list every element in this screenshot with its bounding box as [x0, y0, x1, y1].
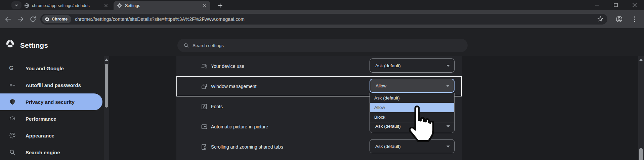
close-window-button[interactable]: [625, 0, 644, 10]
settings-page-title: Settings: [20, 41, 48, 49]
content-area: Your device use Ask (default) Window man…: [109, 56, 644, 160]
scroll-zoom-tabs-select[interactable]: Ask (default): [370, 139, 455, 153]
sidebar-item-label: Autofill and passwords: [26, 82, 81, 88]
address-bar[interactable]: Chrome chrome://settings/content/siteDet…: [40, 14, 607, 25]
forward-icon[interactable]: [17, 15, 24, 23]
chrome-logo-icon: [45, 17, 50, 22]
dropdown-option-ask[interactable]: Ask (default): [370, 93, 454, 103]
window-management-dropdown: Ask (default) Allow Block: [370, 93, 455, 122]
sidebar-item-you-and-google[interactable]: G You and Google: [0, 60, 102, 77]
tab-title: chrome://app-settings/adehddc: [32, 3, 100, 8]
sidebar-item-label: Performance: [26, 116, 56, 122]
caret-down-icon: [446, 146, 450, 148]
close-icon: [632, 3, 637, 7]
sidebar-item-label: Appearance: [26, 133, 54, 138]
dropdown-option-allow[interactable]: Allow: [370, 103, 454, 113]
caret-down-icon: [446, 85, 449, 87]
window-controls: [588, 0, 644, 10]
picture-in-picture-icon: [201, 123, 208, 130]
select-value: Allow: [376, 83, 386, 88]
chrome-chip[interactable]: Chrome: [42, 15, 71, 23]
permission-label: Automatic picture-in-picture: [211, 124, 268, 129]
sidebar-item-performance[interactable]: Performance: [0, 110, 102, 127]
device-use-select[interactable]: Ask (default): [370, 58, 455, 73]
chrome-settings-logo-icon: [5, 39, 15, 48]
tab-close-icon[interactable]: [103, 3, 109, 8]
google-g-icon: G: [9, 65, 16, 72]
caret-down-icon: [446, 65, 450, 67]
caret-down-icon: [446, 125, 450, 127]
chevron-down-icon: [14, 3, 19, 8]
sidebar-item-privacy-security[interactable]: Privacy and security: [0, 93, 102, 110]
scrollbar-thumb[interactable]: [105, 64, 108, 108]
sidebar-item-search-engine[interactable]: Search engine: [0, 144, 102, 160]
tab-strip: chrome://app-settings/adehddc Settings: [0, 0, 644, 10]
magnifier-icon: [9, 149, 16, 156]
permission-row-device-use: Your device use Ask (default): [176, 56, 462, 76]
minimize-icon: [595, 3, 599, 7]
scrollbar-thumb[interactable]: [639, 148, 643, 160]
permission-label: Your device use: [211, 64, 244, 69]
browser-toolbar: Chrome chrome://settings/content/siteDet…: [0, 10, 644, 28]
new-tab-button[interactable]: [217, 2, 223, 9]
page-scrollbar[interactable]: [638, 56, 644, 160]
search-placeholder: Search settings: [192, 43, 224, 48]
plus-icon: [218, 3, 223, 8]
select-value: Ask (default): [375, 144, 401, 149]
settings-page: Your device use Ask (default) Window man…: [0, 28, 644, 160]
window-management-select[interactable]: Allow: [370, 79, 455, 93]
speedometer-icon: [9, 115, 16, 122]
globe-icon: [24, 3, 29, 8]
tab-app-settings[interactable]: chrome://app-settings/adehddc: [21, 1, 112, 10]
tab-close-icon[interactable]: [202, 3, 208, 8]
back-icon[interactable]: [4, 15, 12, 23]
sidebar-item-label: Search engine: [26, 150, 60, 155]
permission-label: Scrolling and zooming shared tabs: [211, 144, 283, 150]
sidebar-item-appearance[interactable]: Appearance: [0, 127, 102, 144]
permission-label: Window management: [211, 84, 256, 89]
scroll-up-arrow-icon[interactable]: [105, 58, 108, 61]
chip-label: Chrome: [52, 17, 68, 22]
fonts-icon: [201, 103, 208, 110]
sidebar-item-autofill[interactable]: Autofill and passwords: [0, 77, 102, 93]
permission-row-scroll-zoom-tabs: Scrolling and zooming shared tabs Ask (d…: [176, 137, 462, 157]
key-icon: [9, 82, 16, 88]
scroll-zoom-tabs-icon: [201, 144, 208, 150]
scroll-up-arrow-icon[interactable]: [639, 58, 643, 61]
dropdown-option-block[interactable]: Block: [370, 112, 454, 122]
search-settings-input[interactable]: Search settings: [177, 39, 468, 52]
window-management-icon: [201, 83, 208, 90]
tab-settings[interactable]: Settings: [114, 1, 210, 10]
search-icon: [183, 43, 189, 48]
sidebar-item-label: You and Google: [26, 66, 64, 71]
tab-title: Settings: [125, 3, 199, 8]
palette-icon: [9, 132, 16, 139]
gear-icon: [117, 3, 122, 8]
browser-window: chrome://app-settings/adehddc Settings: [0, 0, 644, 160]
reload-icon[interactable]: [29, 15, 37, 23]
settings-header-band: Search settings: [109, 28, 644, 56]
maximize-icon: [614, 3, 618, 7]
tab-search-button[interactable]: [11, 1, 22, 9]
maximize-button[interactable]: [606, 0, 625, 10]
profile-avatar-icon[interactable]: [615, 15, 623, 23]
tab-title-fade: [93, 1, 102, 10]
permission-label: Fonts: [211, 104, 223, 109]
device-use-icon: [201, 63, 208, 70]
select-value: Ask (default): [375, 63, 401, 68]
minimize-button[interactable]: [588, 0, 606, 10]
shield-icon: [9, 98, 16, 105]
sidebar-item-label: Privacy and security: [26, 99, 75, 105]
select-value: Ask (default): [375, 124, 401, 129]
bookmark-star-icon[interactable]: [597, 15, 604, 23]
kebab-menu-icon[interactable]: [631, 15, 638, 23]
url-text: chrome://settings/content/siteDetails?si…: [75, 16, 245, 22]
content-scrollbar[interactable]: [104, 56, 109, 160]
